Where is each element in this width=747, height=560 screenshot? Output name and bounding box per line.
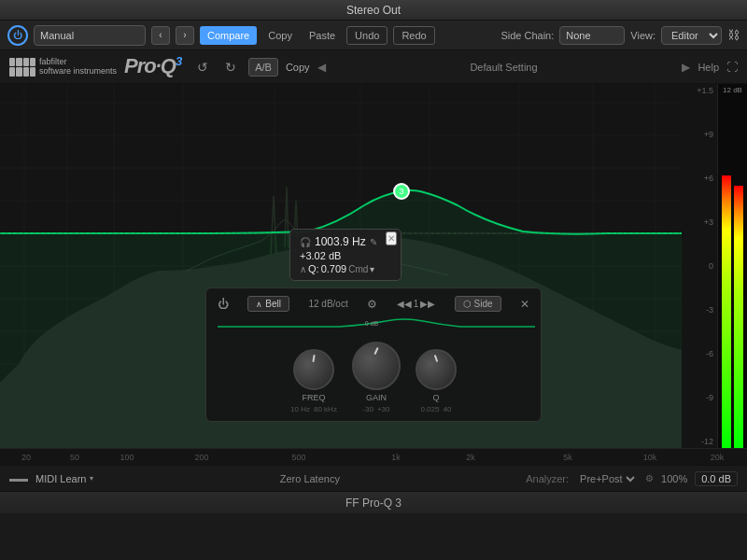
help-button[interactable]: Help	[698, 62, 719, 73]
power-button[interactable]: ⏻	[7, 25, 28, 46]
svg-text:3: 3	[399, 187, 403, 196]
top-controls-bar: ⏻ Manual ‹ › Compare Copy Paste Undo Red…	[0, 21, 747, 50]
gain-max: +30	[377, 405, 390, 413]
undo-button[interactable]: Undo	[346, 26, 388, 45]
redo-button[interactable]: Redo	[393, 26, 434, 45]
freq-2k: 2k	[466, 453, 475, 462]
preset-select[interactable]: Manual	[34, 25, 146, 46]
latency-button[interactable]: Zero Latency	[280, 473, 340, 484]
sidechain-select[interactable]: None	[559, 26, 625, 45]
settings-icon[interactable]: ⚙	[645, 473, 654, 483]
meter-bar-left	[722, 175, 731, 449]
copy-small-button[interactable]: Copy	[286, 62, 310, 73]
freq-max: 80 kHz	[314, 405, 337, 413]
db-zero: 0	[687, 261, 713, 271]
headphone-icon: 🎧	[300, 237, 311, 247]
analyzer-label: Analyzer:	[526, 473, 569, 484]
meter-bar-right	[734, 186, 743, 448]
app-title: FF Pro-Q 3	[345, 497, 402, 510]
q-max: 40	[443, 405, 451, 413]
band-prev-icon[interactable]: ◀◀	[397, 299, 412, 309]
gain-knob-range: -30 +30	[362, 405, 389, 413]
meter-label: 12 dB	[718, 86, 747, 94]
view-label: View:	[630, 30, 655, 41]
band-navigation: ◀◀ 1 ▶▶	[397, 299, 436, 309]
freq-knob-range: 10 Hz 80 kHz	[290, 405, 337, 413]
band-num: 1	[414, 299, 419, 309]
analyzer-select[interactable]: Pre+Post	[576, 472, 638, 485]
freq-20: 20	[21, 453, 31, 462]
gain-display: 0.0 dB	[695, 471, 738, 486]
db-minus3: -3	[687, 305, 713, 315]
band-control-panel: ⏻ ∧ Bell 12 dB/oct ⚙ ◀◀ 1 ▶▶ ⬡ Side ✕ 0 …	[205, 287, 542, 422]
bottom-controls-bar: ▬▬ MIDI Learn ▾ Zero Latency Analyzer: P…	[0, 465, 747, 491]
copy-button[interactable]: Copy	[262, 26, 298, 45]
q-knob-group: Q 0.025 40	[416, 349, 457, 413]
freq-knob-group: FREQ 10 Hz 80 kHz	[290, 349, 337, 413]
undo-header-button[interactable]: ↺	[192, 57, 213, 77]
redo-header-button[interactable]: ↻	[220, 57, 241, 77]
band-slope-label: 12 dB/oct	[308, 299, 347, 309]
db-scale: +1.5 +9 +6 +3 0 -3 -6 -9 -12	[687, 84, 713, 448]
tooltip-freq: 1003.9 Hz	[315, 235, 366, 248]
tooltip-q-label: Q:	[308, 263, 319, 274]
db-plus9: +9	[687, 130, 713, 139]
freq-knob[interactable]	[293, 349, 334, 390]
band-close-button[interactable]: ✕	[520, 298, 529, 311]
db-plus15: +1.5	[687, 86, 713, 95]
tooltip-edit-icon[interactable]: ✎	[370, 237, 377, 247]
plugin-header: fabfilter software instruments Pro·Q3 ↺ …	[0, 50, 747, 84]
band-type-button[interactable]: ∧ Bell	[247, 296, 289, 312]
freq-5k: 5k	[563, 453, 572, 462]
pro-q-logo: Pro·Q3	[124, 54, 181, 78]
fabfilter-logo: fabfilter software instruments	[9, 58, 117, 77]
link-icon[interactable]: ⛓	[727, 28, 740, 42]
app-title-bar: FF Pro-Q 3	[0, 491, 747, 513]
band-settings-icon[interactable]: ⚙	[367, 298, 377, 311]
midi-learn-button[interactable]: MIDI Learn ▾	[35, 473, 93, 484]
band-tooltip: ✕ 🎧 1003.9 Hz ✎ +3.02 dB ∧ Q: 0.709 Cmd …	[289, 229, 402, 281]
band-knobs-container: FREQ 10 Hz 80 kHz GAIN -30 +30	[218, 342, 529, 413]
band-next-icon[interactable]: ▶▶	[420, 299, 435, 309]
db-minus9: -9	[687, 393, 713, 402]
freq-20k: 20k	[711, 453, 725, 462]
gain-knob-label: GAIN	[366, 393, 387, 402]
q-knob[interactable]	[416, 349, 457, 390]
ab-button[interactable]: A/B	[248, 58, 278, 77]
freq-500: 500	[291, 453, 305, 462]
gain-meter: 12 dB	[717, 84, 747, 448]
db-minus12: -12	[687, 437, 713, 446]
tooltip-chevron-icon: ∧	[300, 264, 306, 274]
waveform-icon: ▬▬	[9, 473, 28, 483]
prev-preset-button[interactable]: ‹	[151, 26, 170, 45]
gain-knob[interactable]	[352, 342, 401, 390]
freq-10k: 10k	[643, 453, 657, 462]
next-setting-button[interactable]: ▶	[682, 61, 690, 74]
compare-button[interactable]: Compare	[200, 26, 257, 45]
view-select[interactable]: Editor	[661, 26, 722, 45]
band-power-button[interactable]: ⏻	[218, 298, 229, 311]
expand-button[interactable]: ⛶	[726, 61, 738, 74]
freq-200: 200	[194, 453, 208, 462]
freq-knob-label: FREQ	[302, 393, 325, 402]
tooltip-cmd: Cmd	[348, 264, 368, 274]
band-mini-curve: 0 dB	[218, 317, 535, 336]
frequency-axis: 20 50 100 200 500 1k 2k 5k 10k 20k	[0, 448, 747, 465]
db-plus6: +6	[687, 174, 713, 183]
gain-min: -30	[362, 405, 374, 413]
paste-button[interactable]: Paste	[303, 26, 341, 45]
next-preset-button[interactable]: ›	[176, 26, 194, 45]
db-minus6: -6	[687, 349, 713, 358]
freq-min: 10 Hz	[290, 405, 310, 413]
prev-setting-button[interactable]: ◀	[317, 61, 326, 74]
svg-text:0 dB: 0 dB	[365, 320, 379, 327]
fab-grid-icon	[9, 58, 35, 77]
eq-display-area[interactable]: 3 +1.5 +9 +6 +3 0 -3 -6 -9 -12 12 dB ✕ 🎧…	[0, 84, 747, 448]
tooltip-close-button[interactable]: ✕	[386, 231, 397, 245]
tooltip-dropdown-icon[interactable]: ▾	[370, 264, 374, 274]
band-link-button[interactable]: ⬡ Side	[455, 296, 501, 312]
zoom-button[interactable]: 100%	[661, 473, 687, 484]
tooltip-gain: +3.02 dB	[300, 250, 341, 261]
window-title: Stereo Out	[346, 4, 401, 17]
sidechain-label: Side Chain:	[500, 30, 554, 41]
